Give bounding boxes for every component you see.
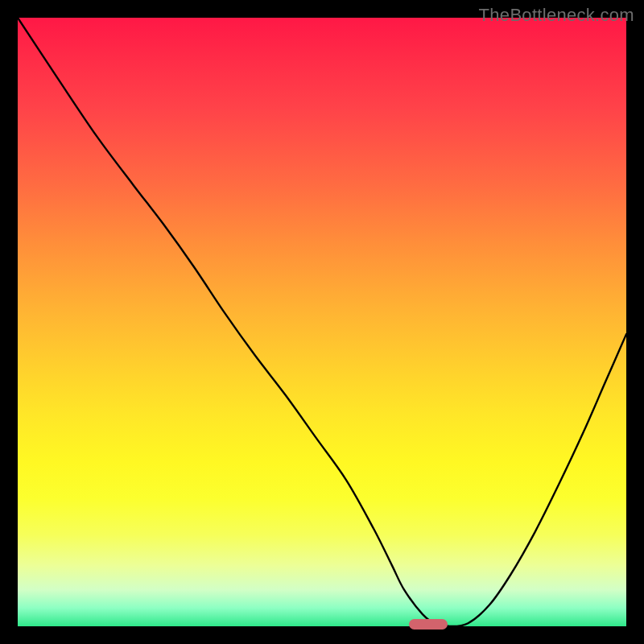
watermark-text: TheBottleneck.com xyxy=(479,5,634,26)
bottleneck-curve xyxy=(18,18,626,626)
optimal-range-marker xyxy=(409,619,448,630)
